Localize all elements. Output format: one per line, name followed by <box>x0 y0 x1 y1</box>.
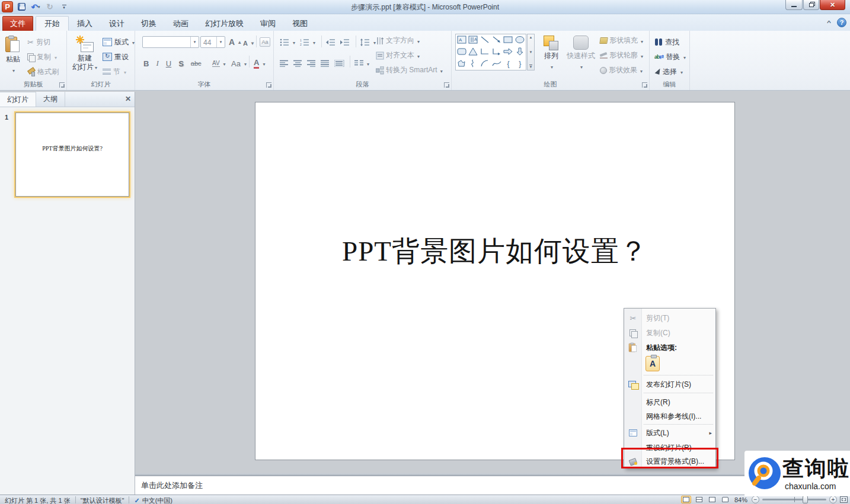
tab-view[interactable]: 视图 <box>284 16 316 31</box>
font-size-combobox[interactable]: 44▾ <box>200 36 225 48</box>
zoom-level[interactable]: 84% <box>733 496 749 503</box>
shape-effects-button[interactable]: 形状效果 <box>600 65 643 75</box>
layout-dropdown-arrow[interactable] <box>131 38 135 46</box>
reading-view-button[interactable] <box>707 496 717 503</box>
select-dropdown-arrow[interactable] <box>679 68 683 76</box>
numbering-button[interactable]: 12 <box>300 36 315 49</box>
paste-dropdown-arrow[interactable] <box>11 66 15 74</box>
distribute-button[interactable] <box>334 60 344 67</box>
clear-formatting-button[interactable]: Aa <box>260 36 270 49</box>
shape-line[interactable] <box>480 36 490 46</box>
underline-button[interactable]: U <box>166 59 171 68</box>
decrease-indent-button[interactable] <box>326 36 335 49</box>
collapse-ribbon-icon[interactable]: ^ <box>827 19 831 25</box>
menu-item-grid-guides[interactable]: 网格和参考线(I)... <box>624 409 715 423</box>
italic-button[interactable]: I <box>156 59 158 68</box>
shapes-scroll-down-icon[interactable]: ▼ <box>529 50 533 54</box>
menu-item-layout[interactable]: 版式(L) ▸ <box>624 426 715 440</box>
format-painter-button[interactable]: 格式刷 <box>27 65 59 78</box>
paste-option-keep-text[interactable]: A <box>646 356 660 371</box>
shape-fill-button[interactable]: 形状填充 <box>600 36 643 46</box>
tab-transitions[interactable]: 切换 <box>133 16 165 31</box>
normal-view-button[interactable] <box>681 496 691 503</box>
text-shadow-button[interactable]: S <box>178 59 184 68</box>
slideshow-view-button[interactable] <box>720 496 730 503</box>
minimize-button[interactable] <box>785 0 803 10</box>
shrink-font-button[interactable]: A▼ <box>243 37 255 50</box>
tab-home[interactable]: 开始 <box>36 16 69 31</box>
shape-oval[interactable] <box>515 36 525 46</box>
increase-indent-button[interactable] <box>340 36 350 49</box>
align-text-button[interactable]: 对齐文本 <box>376 50 420 60</box>
zoom-in-button[interactable]: + <box>829 496 837 503</box>
tab-slideshow[interactable]: 幻灯片放映 <box>197 16 252 31</box>
tab-insert[interactable]: 插入 <box>69 16 101 31</box>
shape-left-brace[interactable]: { <box>507 60 509 68</box>
font-name-combobox[interactable]: ▾ <box>142 36 199 48</box>
slide-thumbnail-item[interactable]: 1 PPT背景图片如何设置? <box>4 111 130 200</box>
bullets-dropdown-arrow[interactable] <box>292 38 295 46</box>
menu-item-cut[interactable]: ✂ 剪切(T) <box>624 311 715 325</box>
shape-arrow[interactable] <box>492 36 501 46</box>
restore-button[interactable] <box>803 0 819 10</box>
slide-thumbnail[interactable]: PPT背景图片如何设置? <box>15 113 129 197</box>
font-size-dropdown-arrow[interactable]: ▾ <box>216 37 225 47</box>
columns-dropdown-arrow[interactable] <box>366 59 369 68</box>
text-direction-dropdown-arrow[interactable] <box>416 37 420 45</box>
shape-rounded-rectangle[interactable] <box>457 47 466 57</box>
smartart-dropdown-arrow[interactable] <box>439 66 443 75</box>
align-left-button[interactable] <box>280 60 289 67</box>
line-spacing-button[interactable] <box>360 36 376 49</box>
paste-button[interactable]: 粘贴 <box>2 33 24 78</box>
shape-rectangle[interactable] <box>503 36 513 46</box>
shape-right-brace[interactable]: } <box>519 60 521 68</box>
align-right-button[interactable] <box>307 60 316 67</box>
arrange-button[interactable]: 排列 <box>538 33 564 78</box>
tab-design[interactable]: 设计 <box>101 16 133 31</box>
tab-outline[interactable]: 大纲 <box>36 92 65 107</box>
shape-vertical-text-box[interactable]: A <box>468 36 478 46</box>
shape-triangle[interactable] <box>468 47 478 57</box>
tab-slides-thumbnails[interactable]: 幻灯片 <box>0 92 36 107</box>
menu-item-ruler[interactable]: 标尺(R) <box>624 395 715 409</box>
fit-to-window-button[interactable] <box>840 496 848 503</box>
zoom-slider[interactable] <box>762 499 826 500</box>
align-text-dropdown-arrow[interactable] <box>416 52 420 60</box>
shape-elbow-connector[interactable] <box>480 47 490 57</box>
shape-fill-dropdown-arrow[interactable] <box>640 37 643 45</box>
replace-button[interactable]: ab⇄ 替换 <box>654 50 686 63</box>
arrange-dropdown-arrow[interactable] <box>549 62 553 70</box>
font-dialog-launcher[interactable] <box>266 82 271 88</box>
strikethrough-button[interactable]: abc <box>191 60 202 67</box>
shape-elbow-arrow-connector[interactable] <box>492 47 501 57</box>
find-button[interactable]: 查找 <box>654 36 679 49</box>
convert-smartart-button[interactable]: 转换为 SmartArt <box>376 65 443 75</box>
notes-pane[interactable]: 单击此处添加备注 <box>135 476 850 495</box>
shape-right-arrow[interactable] <box>503 47 513 57</box>
shapes-scroll-up-icon[interactable]: ▲ <box>529 36 533 39</box>
slide-sorter-view-button[interactable] <box>694 496 704 503</box>
shape-curve[interactable] <box>492 59 501 69</box>
paragraph-dialog-launcher[interactable] <box>444 82 449 88</box>
zoom-slider-thumb[interactable] <box>803 496 808 503</box>
font-color-button[interactable]: A <box>254 57 265 70</box>
text-direction-button[interactable]: 文字方向 <box>376 36 420 46</box>
new-slide-dropdown-arrow[interactable] <box>94 63 97 71</box>
language-indicator[interactable]: ✓中文(中国) <box>129 495 177 504</box>
pane-close-icon[interactable]: ✕ <box>125 95 131 103</box>
reset-button[interactable]: 重设 <box>103 50 129 63</box>
numbering-dropdown-arrow[interactable] <box>312 38 315 46</box>
bold-button[interactable]: B <box>143 59 149 68</box>
quick-styles-button[interactable]: 快速样式 <box>565 33 596 78</box>
slide-title-text[interactable]: PPT背景图片如何设置？ <box>255 233 734 270</box>
copy-dropdown-arrow[interactable] <box>53 53 57 61</box>
drawing-dialog-launcher[interactable] <box>642 82 647 88</box>
shape-freeform[interactable] <box>457 59 466 69</box>
close-button[interactable]: ✕ <box>820 0 845 10</box>
copy-button[interactable]: 复制 <box>27 50 57 63</box>
align-center-button[interactable] <box>293 60 302 67</box>
character-spacing-button[interactable]: AV <box>212 57 226 70</box>
tab-animations[interactable]: 动画 <box>165 16 197 31</box>
menu-item-publish-slides[interactable]: 发布幻灯片(S) <box>624 377 715 391</box>
shape-effects-dropdown-arrow[interactable] <box>639 66 643 75</box>
